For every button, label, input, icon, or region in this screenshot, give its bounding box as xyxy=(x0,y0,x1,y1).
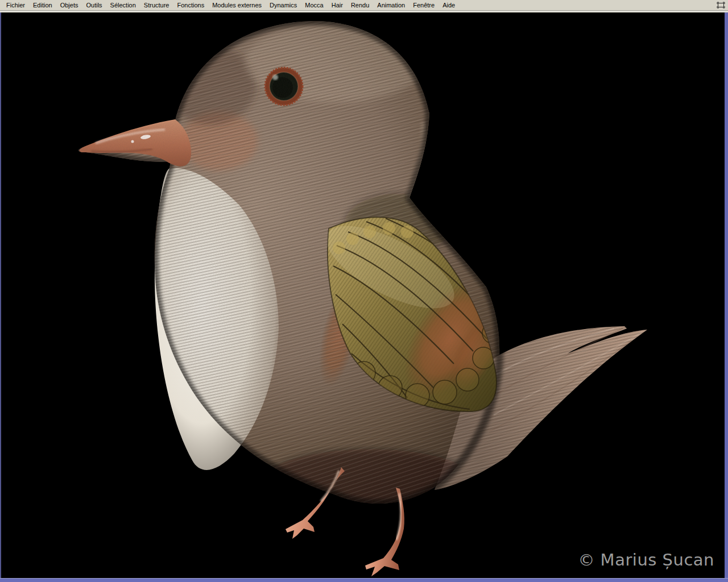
menu-item-fichier[interactable]: Fichier xyxy=(2,0,29,10)
menu-bar-bevel xyxy=(0,10,728,13)
menu-item-rendu[interactable]: Rendu xyxy=(347,0,373,10)
menu-item-edition[interactable]: Edition xyxy=(29,0,56,10)
viewport-frame-bottom xyxy=(0,578,728,582)
application-window: Fichier Edition Objets Outils Sélection … xyxy=(0,0,728,582)
menu-item-aide[interactable]: Aide xyxy=(439,0,459,10)
menu-bar: Fichier Edition Objets Outils Sélection … xyxy=(0,0,728,10)
menu-item-structure[interactable]: Structure xyxy=(140,0,173,10)
menu-item-animation[interactable]: Animation xyxy=(373,0,409,10)
viewport-frame-left xyxy=(0,13,1,578)
menu-item-hair[interactable]: Hair xyxy=(328,0,347,10)
menu-item-selection[interactable]: Sélection xyxy=(106,0,140,10)
bird-render xyxy=(0,13,728,582)
menu-item-fenetre[interactable]: Fenêtre xyxy=(409,0,439,10)
menu-item-fonctions[interactable]: Fonctions xyxy=(173,0,208,10)
copyright-watermark: © Marius Șucan xyxy=(578,550,714,569)
menu-item-modules-externes[interactable]: Modules externes xyxy=(208,0,266,10)
menu-item-objets[interactable]: Objets xyxy=(56,0,82,10)
viewport-3d[interactable]: © Marius Șucan xyxy=(0,13,728,582)
viewport-frame-right xyxy=(725,13,728,582)
menu-item-mocca[interactable]: Mocca xyxy=(301,0,327,10)
menu-item-outils[interactable]: Outils xyxy=(82,0,106,10)
menu-item-dynamics[interactable]: Dynamics xyxy=(266,0,301,10)
viewport-layout-icon[interactable] xyxy=(717,2,725,9)
